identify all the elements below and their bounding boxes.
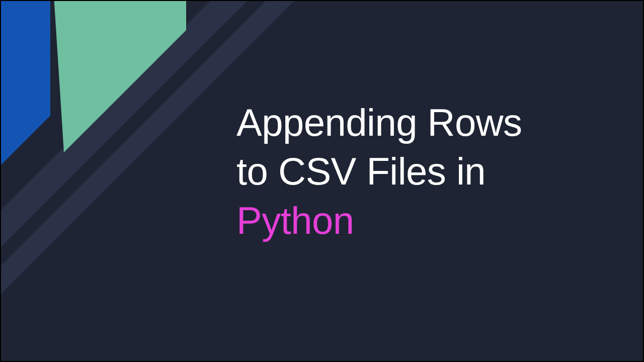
green-parallelogram-shape xyxy=(53,0,204,156)
title-text-line1: Appending Rows xyxy=(236,101,522,144)
title-text-line2: to CSV Files in xyxy=(236,150,486,193)
title-highlight: Python xyxy=(236,199,354,242)
svg-marker-1 xyxy=(53,0,186,152)
svg-marker-0 xyxy=(0,0,50,201)
slide-title: Appending Rows to CSV Files in Python xyxy=(236,98,619,245)
